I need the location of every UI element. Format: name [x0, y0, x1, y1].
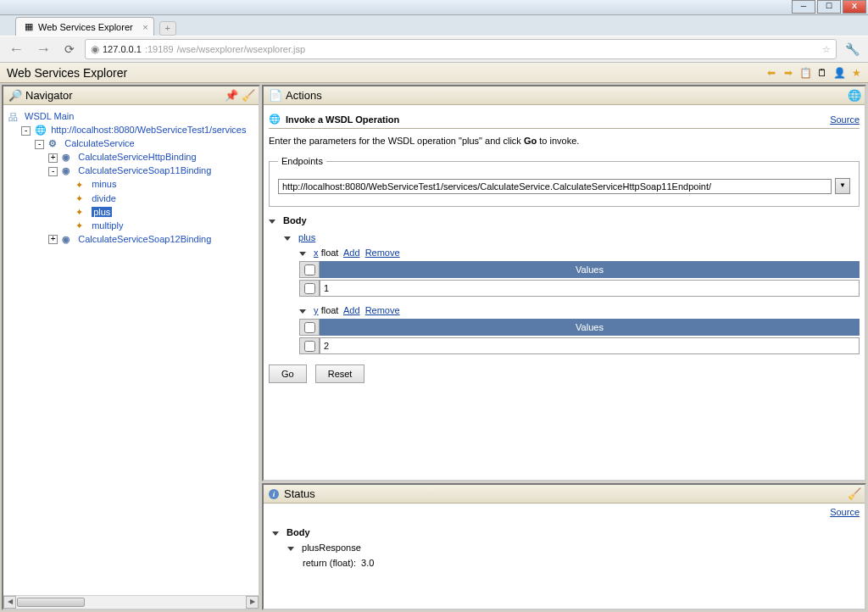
param-x-value-input[interactable] [320, 280, 860, 297]
param-x-values-header: Values [299, 261, 860, 278]
tree-wsdl-main[interactable]: WSDL Main [25, 111, 74, 121]
operation-icon: ✦ [75, 207, 87, 219]
body-toggle-icon[interactable] [269, 220, 275, 224]
forward-button[interactable]: → [32, 39, 54, 60]
wrench-menu-icon[interactable]: 🔧 [842, 42, 863, 56]
window-close-button[interactable]: X [843, 0, 866, 14]
tree-soap11-binding[interactable]: CalculateServiceSoap11Binding [78, 165, 211, 175]
navigator-title: Navigator [25, 89, 73, 102]
favorite-star-icon[interactable]: ★ [849, 66, 863, 80]
param-y-row-checkbox[interactable] [304, 341, 315, 352]
tree-expander[interactable]: + [48, 153, 58, 163]
tree-service-url[interactable]: http://localhost:8080/WebServiceTest1/se… [51, 125, 246, 135]
param-x-values-title: Values [320, 261, 860, 278]
navigator-icon: 🔎 [8, 90, 20, 102]
binding-icon: ◉ [62, 165, 74, 177]
back-button[interactable]: ← [5, 39, 27, 60]
scroll-left-arrow[interactable]: ◀ [3, 596, 16, 609]
tree-http-binding[interactable]: CalculateServiceHttpBinding [78, 152, 196, 162]
body-label: Body [283, 215, 307, 225]
tree-expander[interactable]: - [35, 140, 44, 149]
tool-icon-2[interactable]: 👤 [832, 66, 846, 80]
actions-header: 📄 Actions 🌐 [264, 86, 865, 105]
navigator-header: 🔎 Navigator 📌 🧹 [3, 86, 259, 105]
wsdl-main-icon: 品 [8, 111, 20, 123]
new-tab-button[interactable]: + [159, 21, 176, 36]
param-x-remove-link[interactable]: Remove [365, 248, 400, 258]
param-y-add-link[interactable]: Add [343, 305, 360, 315]
tree-op-minus[interactable]: minus [92, 179, 116, 189]
tab-favicon-icon: ▦ [25, 21, 33, 32]
scroll-right-arrow[interactable]: ▶ [246, 596, 259, 609]
window-titlebar: ─ ☐ X [0, 0, 868, 15]
url-port: :19189 [145, 44, 174, 54]
binding-icon: ◉ [62, 234, 74, 246]
param-x-name[interactable]: x [314, 248, 319, 258]
nav-back-icon[interactable]: ⬅ [765, 66, 778, 80]
pin-icon[interactable]: 📌 [225, 89, 238, 102]
url-host: 127.0.0.1 [103, 44, 142, 54]
status-return-value: 3.0 [361, 558, 374, 568]
copy-icon[interactable]: 📋 [798, 66, 812, 80]
tree-expander[interactable]: + [48, 235, 58, 244]
navigator-hscrollbar[interactable]: ◀ ▶ [3, 595, 259, 609]
tool-icon-1[interactable]: 🗒 [815, 66, 829, 80]
binding-icon: ◉ [62, 152, 74, 164]
param-x-add-link[interactable]: Add [343, 248, 360, 258]
navigator-tree: 品 WSDL Main - 🌐 http://localhost:8080/We… [3, 105, 259, 595]
invoke-title: Invoke a WSDL Operation [286, 114, 399, 125]
status-response-toggle-icon[interactable] [287, 547, 294, 551]
browser-toolbar: ← → ⟳ ◉ 127.0.0.1:19189/wse/wsexplorer/w… [0, 36, 868, 63]
endpoint-dropdown-button[interactable]: ▼ [835, 178, 850, 194]
status-body-toggle-icon[interactable] [272, 531, 279, 536]
service-url-icon: 🌐 [35, 125, 47, 136]
tab-title: Web Services Explorer [38, 22, 133, 32]
globe-icon: ◉ [91, 43, 99, 55]
tree-op-plus[interactable]: plus [92, 207, 112, 217]
scroll-thumb[interactable] [17, 598, 85, 607]
reset-button[interactable]: Reset [315, 364, 365, 383]
operation-icon: ✦ [75, 220, 87, 232]
operation-toggle-icon[interactable] [284, 236, 291, 241]
tree-op-multiply[interactable]: multiply [92, 220, 123, 231]
status-clear-icon[interactable]: 🧹 [848, 487, 861, 500]
tree-expander[interactable]: - [21, 126, 31, 136]
tree-expander[interactable]: - [48, 167, 58, 176]
tree-calculate-service[interactable]: CalculateService [64, 138, 135, 148]
status-source-link[interactable]: Source [830, 507, 860, 517]
endpoint-input[interactable] [278, 179, 832, 194]
clear-icon[interactable]: 🧹 [242, 89, 255, 102]
reload-button[interactable]: ⟳ [59, 41, 80, 58]
param-y-value-input[interactable] [320, 337, 860, 354]
status-header: i Status 🧹 [264, 485, 865, 504]
actions-panel: 📄 Actions 🌐 🌐 Invoke a WSDL Operation So… [262, 85, 866, 481]
status-body: Source Body plusResponse return (float):… [264, 504, 865, 609]
window-minimize-button[interactable]: ─ [792, 0, 815, 14]
bookmark-star-icon[interactable]: ☆ [822, 44, 831, 55]
param-toggle-icon[interactable] [299, 252, 306, 256]
instructions: Enter the parameters for the WSDL operat… [269, 136, 860, 146]
actions-tool-icon[interactable]: 🌐 [848, 89, 861, 102]
status-return-label: return (float): [303, 558, 356, 568]
param-y-name[interactable]: y [314, 305, 319, 315]
actions-source-link[interactable]: Source [830, 114, 860, 125]
param-y-header-checkbox[interactable] [304, 322, 315, 333]
window-maximize-button[interactable]: ☐ [817, 0, 841, 14]
param-x-type: float [321, 248, 339, 258]
nav-forward-icon[interactable]: ➡ [782, 66, 795, 80]
param-toggle-icon[interactable] [299, 309, 306, 314]
param-y-values-header: Values [299, 319, 860, 336]
tree-op-divide[interactable]: divide [92, 193, 116, 203]
tree-soap12-binding[interactable]: CalculateServiceSoap12Binding [78, 234, 211, 244]
url-bar[interactable]: ◉ 127.0.0.1:19189/wse/wsexplorer/wsexplo… [85, 39, 837, 59]
tab-close-icon[interactable]: × [142, 22, 147, 32]
go-button[interactable]: Go [269, 364, 307, 383]
browser-tab[interactable]: ▦ Web Services Explorer × [15, 17, 154, 36]
param-x-header-checkbox[interactable] [304, 264, 315, 275]
invoke-icon: 🌐 [269, 114, 281, 125]
operation-icon: ✦ [75, 193, 87, 205]
param-y-remove-link[interactable]: Remove [365, 305, 400, 315]
operation-name-link[interactable]: plus [298, 232, 315, 242]
param-y-type: float [321, 305, 339, 315]
param-x-row-checkbox[interactable] [304, 283, 315, 294]
